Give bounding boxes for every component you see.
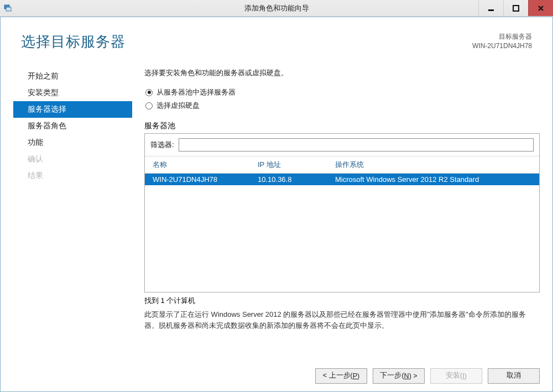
instruction-text: 选择要安装角色和功能的服务器或虚拟硬盘。: [144, 68, 540, 78]
column-ip[interactable]: IP 地址: [258, 160, 335, 170]
install-button-suffix: ): [465, 372, 467, 380]
table-row[interactable]: WIN-2U71DN4JH78 10.10.36.8 Microsoft Win…: [145, 174, 539, 185]
radio-select-from-pool[interactable]: 从服务器池中选择服务器: [145, 87, 540, 97]
minimize-button[interactable]: [478, 0, 503, 16]
table-header: 名称 IP 地址 操作系统: [145, 156, 539, 174]
filter-input[interactable]: [179, 138, 534, 151]
svg-rect-1: [6, 7, 11, 11]
next-button[interactable]: 下一步(N) >: [373, 368, 425, 384]
server-pool-box: 筛选器: 名称 IP 地址 操作系统 WIN-2U71DN4JH78 10: [144, 133, 540, 292]
step-before-you-begin[interactable]: 开始之前: [13, 68, 132, 85]
page-note: 此页显示了正在运行 Windows Server 2012 的服务器以及那些已经…: [144, 309, 540, 331]
server-pool-label: 服务器池: [144, 121, 540, 131]
radio-select-from-pool-label: 从服务器池中选择服务器: [156, 87, 236, 97]
maximize-button[interactable]: [503, 0, 528, 16]
step-server-selection[interactable]: 服务器选择: [13, 101, 132, 118]
step-features[interactable]: 功能: [13, 134, 132, 151]
previous-button-prefix: < 上一步(: [323, 371, 353, 380]
window-controls: [478, 0, 553, 16]
wizard-footer: < 上一步(P) 下一步(N) > 安装(I) 取消: [1, 360, 552, 391]
table-body: WIN-2U71DN4JH78 10.10.36.8 Microsoft Win…: [145, 174, 539, 292]
cancel-button-label: 取消: [507, 371, 521, 380]
install-button-prefix: 安装(: [446, 371, 462, 380]
radio-select-vhd-label: 选择虚拟硬盘: [156, 101, 200, 111]
cell-name: WIN-2U71DN4JH78: [153, 175, 258, 184]
svg-rect-3: [513, 6, 519, 11]
step-server-roles[interactable]: 服务器角色: [13, 118, 132, 134]
title-bar: 添加角色和功能向导: [0, 0, 553, 17]
column-name[interactable]: 名称: [153, 160, 258, 170]
target-server-value: WIN-2U71DN4JH78: [472, 41, 532, 51]
wizard-steps: 开始之前 安装类型 服务器选择 服务器角色 功能 确认 结果: [13, 59, 132, 360]
filter-label: 筛选器:: [150, 140, 174, 150]
svg-rect-2: [488, 9, 494, 11]
radio-select-vhd[interactable]: 选择虚拟硬盘: [145, 101, 540, 111]
previous-button-key: P: [353, 372, 357, 380]
next-button-suffix: ) >: [409, 372, 418, 380]
wizard-header: 选择目标服务器 目标服务器 WIN-2U71DN4JH78: [1, 18, 552, 55]
target-server-label: 目标服务器: [472, 32, 532, 41]
target-server-box: 目标服务器 WIN-2U71DN4JH78: [472, 32, 532, 51]
previous-button[interactable]: < 上一步(P): [315, 368, 367, 384]
step-results: 结果: [13, 168, 132, 184]
step-installation-type[interactable]: 安装类型: [13, 85, 132, 101]
wizard-frame: 选择目标服务器 目标服务器 WIN-2U71DN4JH78 开始之前 安装类型 …: [0, 17, 553, 392]
cell-ip: 10.10.36.8: [258, 175, 335, 184]
cell-os: Microsoft Windows Server 2012 R2 Standar…: [335, 175, 534, 184]
filter-row: 筛选器:: [145, 134, 539, 156]
app-icon: [0, 0, 15, 16]
found-count: 找到 1 个计算机: [144, 296, 540, 306]
page-title: 选择目标服务器: [21, 32, 126, 51]
next-button-prefix: 下一步(: [380, 371, 404, 380]
cancel-button[interactable]: 取消: [488, 368, 540, 384]
close-button[interactable]: [528, 0, 553, 16]
server-table: 名称 IP 地址 操作系统 WIN-2U71DN4JH78 10.10.36.8…: [145, 156, 539, 292]
step-confirmation: 确认: [13, 151, 132, 168]
window-title: 添加角色和功能向导: [0, 0, 553, 16]
radio-icon: [145, 89, 153, 96]
install-button: 安装(I): [430, 368, 482, 384]
radio-icon: [145, 102, 153, 109]
column-os[interactable]: 操作系统: [335, 160, 534, 170]
previous-button-suffix: ): [357, 372, 359, 380]
next-button-key: N: [404, 372, 409, 380]
main-panel: 选择要安装角色和功能的服务器或虚拟硬盘。 从服务器池中选择服务器 选择虚拟硬盘 …: [132, 59, 540, 360]
